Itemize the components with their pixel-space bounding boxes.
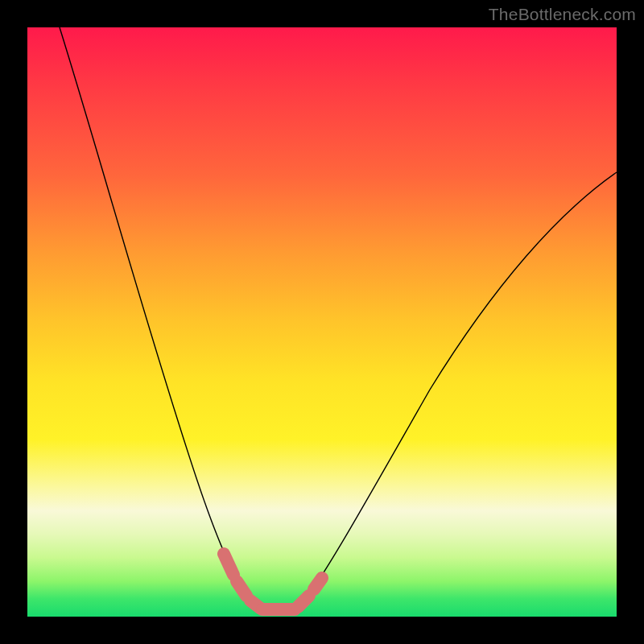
- chart-svg: [27, 27, 617, 617]
- curve-left-arm: [60, 27, 253, 605]
- watermark-text: TheBottleneck.com: [489, 5, 636, 24]
- optimal-marker-left: [224, 554, 261, 609]
- chart-frame: TheBottleneck.com: [0, 0, 644, 644]
- optimal-marker-right: [298, 578, 322, 607]
- curve-right-arm: [301, 172, 617, 605]
- plot-area: [27, 27, 617, 617]
